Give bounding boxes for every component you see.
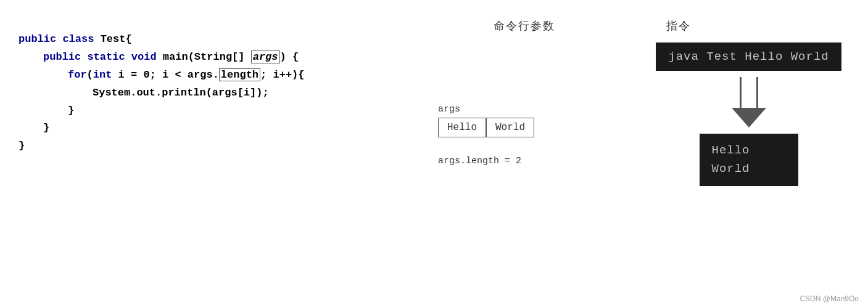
keyword-public: public [19, 31, 56, 49]
code-line-6: } [19, 120, 401, 137]
code-line-2: public static void main(String[] args) { [19, 49, 401, 67]
keyword-int: int [93, 67, 112, 84]
command-box: java Test Hello World [656, 43, 841, 71]
watermark: CSDN @Man9Oo [800, 294, 859, 303]
output-line-2: World [712, 160, 786, 178]
keyword-static: static [87, 49, 125, 67]
args-param: args [251, 51, 280, 63]
output-line-1: Hello [712, 141, 786, 160]
keyword-void: void [131, 49, 157, 67]
code-line-7: } [19, 137, 401, 155]
code-line-1: public class Test{ [19, 31, 401, 49]
length-highlight: length [219, 68, 260, 81]
output-box: Hello World [700, 134, 798, 186]
println-call: System.out.println(args[i]); [93, 84, 269, 102]
class-name: Test{ [101, 31, 132, 49]
args-cell-1: World [486, 118, 534, 137]
diagram-section: 命令行参数 args Hello World args.length = 2 [401, 12, 648, 296]
args-label: args [438, 104, 460, 115]
code-section: public class Test{ public static void ma… [19, 12, 401, 296]
cmd-title: 命令行参数 [494, 18, 555, 33]
keyword-for: for [68, 67, 87, 84]
code-block: public class Test{ public static void ma… [19, 31, 401, 155]
close-brace-method: } [43, 120, 49, 137]
code-line-5: } [19, 102, 401, 120]
close-brace-class: } [19, 137, 25, 155]
close-brace-for: } [68, 102, 74, 120]
arrow-container [732, 77, 766, 128]
for-body: i = 0; i < args.length; i++){ [112, 67, 304, 84]
args-cell-0: Hello [438, 118, 486, 137]
args-array: Hello World [438, 118, 534, 137]
keyword-class: class [62, 31, 94, 49]
arrow-head [732, 108, 766, 128]
instruction-section: 指令 java Test Hello World Hello World [648, 12, 849, 296]
arrow-shaft [740, 77, 758, 108]
zl-title: 指令 [666, 18, 691, 33]
for-condition: ( [87, 67, 93, 84]
keyword-public2: public [43, 49, 81, 67]
args-length-text: args.length = 2 [438, 156, 521, 166]
code-line-3: for ( int i = 0; i < args.length; i++){ [19, 67, 401, 84]
code-line-4: System.out.println(args[i]); [19, 84, 401, 102]
main-method: main(String[] args) { [163, 49, 299, 67]
